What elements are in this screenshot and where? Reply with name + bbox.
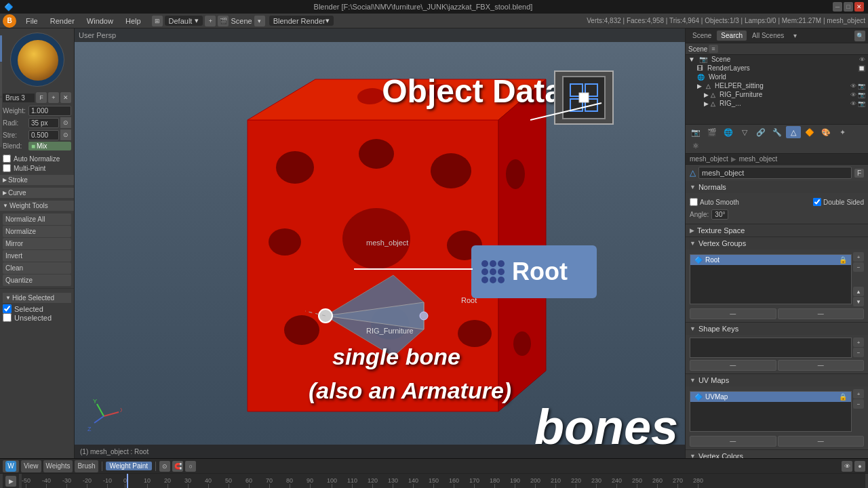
mode-selector[interactable]: Weight Paint [106,462,153,470]
curve-section[interactable]: ▶ Curve [0,188,74,198]
scene-icon[interactable]: 🎬 [218,16,229,26]
quantize-btn[interactable]: Quantize [3,274,71,286]
snap-icon[interactable]: 🧲 [172,461,183,472]
scenes-dropdown[interactable]: ▾ [789,30,801,41]
close-button-brush[interactable]: ✕ [60,92,71,103]
uv-header[interactable]: ▼ UV Maps [686,374,868,386]
rf-eye-btn[interactable]: 👁 [850,92,856,98]
vg-lock-icon[interactable]: 🔒 [839,256,847,264]
vg-add-btn[interactable]: + [853,252,864,262]
texture-props-icon[interactable]: 🎨 [818,126,833,138]
scene-tab[interactable]: Scene [688,30,715,41]
strength-btn[interactable]: ⊙ [60,129,71,140]
mesh-name-input[interactable] [698,167,852,179]
r2-render-btn[interactable]: 📷 [858,100,865,107]
multi-paint-checkbox[interactable] [3,164,11,172]
render-props-icon[interactable]: 📷 [688,126,703,138]
uv-remove-btn[interactable]: − [853,399,864,409]
tl-icon[interactable]: ▶ [5,476,16,487]
close-button[interactable]: ✕ [854,2,864,12]
weight-value[interactable]: 1.000 [28,106,71,116]
stroke-section[interactable]: ▶ Stroke [0,175,74,185]
vc-header[interactable]: ▼ Vertex Colors [686,450,868,458]
uv-add-btn[interactable]: + [853,389,864,399]
pivot-icon[interactable]: ⊙ [159,461,170,472]
viewport-shading-btn[interactable]: ● [854,461,865,472]
viewport[interactable]: User Persp [75,28,685,458]
layout-icon[interactable]: ⊞ [152,16,163,26]
menu-help[interactable]: Help [120,16,146,26]
world-props-icon[interactable]: 🌐 [721,126,736,138]
minimize-button[interactable]: ─ [833,2,842,12]
sk-ctrl2[interactable]: — [778,360,865,371]
sk-ctrl1[interactable]: — [690,360,776,371]
search-tab[interactable]: Search [717,30,747,41]
workspace-selector[interactable]: Default ▾ [165,16,203,26]
menu-window[interactable]: Window [81,16,119,26]
blend-value[interactable]: ■ Mix [28,142,71,150]
render-engine-selector[interactable]: Blender Render ▾ [269,16,334,26]
menu-file[interactable]: File [20,16,43,26]
normals-section-header[interactable]: ▼ Normals [686,181,868,193]
modifier-props-icon[interactable]: 🔧 [770,126,785,138]
scene-dropdown-icon[interactable]: ▾ [254,16,265,26]
sk-add-btn[interactable]: + [853,338,864,347]
add-workspace-icon[interactable]: + [205,16,216,26]
material-props-icon[interactable]: 🔶 [802,126,817,138]
radius-btn[interactable]: ⊙ [60,117,71,128]
strength-value[interactable]: 0.500 [28,130,59,140]
h-render-btn[interactable]: 📷 [858,83,865,89]
mesh-fake-user-btn[interactable]: F [854,169,864,178]
outliner-rig-furniture-item[interactable]: ▶ △ RIG_Furniture 👁 📷 [686,90,868,99]
weights-btn[interactable]: Weights [43,460,73,472]
timeline-playhead[interactable] [127,474,128,488]
uv-ctrl2[interactable]: — [778,436,865,447]
uv-lock-icon[interactable]: 🔒 [839,393,847,401]
f-button[interactable]: F [36,92,47,103]
auto-normalize-checkbox[interactable] [3,155,11,163]
vg-remove-btn[interactable]: − [853,262,864,272]
brush-btn[interactable]: Brush [75,460,98,472]
weight-tools-section[interactable]: ▼ Weight Tools [0,201,74,211]
grease-pencil-tab[interactable]: Grease Pencil [0,98,2,147]
sk-header[interactable]: ▼ Shape Keys [686,323,868,335]
rl-vis-btn[interactable]: 🔲 [858,65,865,72]
vg-down-btn[interactable]: ▼ [853,297,864,306]
h-eye-btn[interactable]: 👁 [850,83,856,89]
invert-btn[interactable]: Invert [3,250,71,262]
vg-section-header[interactable]: ▼ Vertex Groups [686,237,868,249]
maximize-button[interactable]: □ [844,2,853,12]
all-scenes-tab[interactable]: All Scenes [748,30,788,41]
radius-value[interactable]: 35 px [28,118,59,128]
normalize-btn[interactable]: Normalize [3,226,71,237]
particle-props-icon[interactable]: ✦ [835,126,850,138]
selected-checkbox[interactable] [3,304,12,313]
unselected-checkbox[interactable] [3,313,12,322]
outliner-filter-btn[interactable]: ≡ [709,45,717,53]
double-sided-checkbox[interactable] [813,198,821,206]
timeline-numbers[interactable]: -50 -40 -30 -20 -10 0 10 20 30 40 50 60 … [22,474,865,488]
vg-weight-ctrl[interactable]: — [778,308,865,319]
data-props-icon[interactable]: △ [786,126,801,138]
vg-root-item[interactable]: 🔷 Root 🔒 [690,255,851,265]
outliner-scene-item[interactable]: ▼ 📷 Scene 👁 [686,55,868,64]
proportional-icon[interactable]: ○ [185,461,196,472]
tools-tab[interactable]: Tools [0,35,2,62]
vg-assign-btn[interactable]: — [690,308,776,319]
uv-uvmap-item[interactable]: 🔷 UVMap 🔒 [690,392,851,402]
wp-mode-icon[interactable]: W [3,460,19,472]
hide-selected-header[interactable]: ▼ Hide Selected [3,293,71,303]
vis-btn[interactable]: 👁 [859,56,865,63]
r2-eye-btn[interactable]: 👁 [850,100,856,107]
outliner-renderlayers-item[interactable]: 🎞 RenderLayers 🔲 [686,64,868,73]
options-tab[interactable]: Options [0,62,2,96]
constraint-props-icon[interactable]: 🔗 [753,126,768,138]
auto-smooth-checkbox[interactable] [690,198,698,206]
normalize-all-btn[interactable]: Normalize All [3,214,71,225]
clean-btn[interactable]: Clean [3,262,71,274]
outliner-world-item[interactable]: 🌐 World [686,73,868,81]
search-icon[interactable]: 🔍 [854,30,865,41]
rf-render-btn[interactable]: 📷 [858,92,865,98]
outliner-rig2-item[interactable]: ▶ △ RIG_... 👁 📷 [686,99,868,108]
view-overlay-btn[interactable]: 👁 [842,461,852,472]
